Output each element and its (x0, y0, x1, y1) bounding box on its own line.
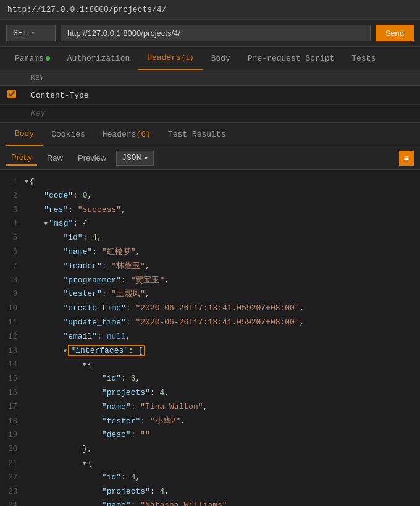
line-content: "tester": "小华2", (25, 415, 420, 428)
response-tab-cookies[interactable]: Cookies (43, 124, 94, 145)
line-content: "id": 4, (25, 232, 420, 245)
line-content: "res": "success", (25, 204, 420, 217)
row-checkbox-cell[interactable] (0, 86, 23, 105)
collapse-arrow[interactable]: ▼ (44, 221, 48, 227)
chevron-down-icon: ▾ (31, 30, 35, 37)
line-number: 23 (0, 486, 25, 498)
json-line: 20 }, (0, 442, 420, 457)
json-line: 10 "create_time": "2020-06-26T17:13:41.0… (0, 301, 420, 316)
json-line: 11 "update_time": "2020-06-26T17:13:41.0… (0, 316, 420, 330)
line-content: "id": 4, (25, 471, 420, 484)
line-content: "update_time": "2020-06-26T17:13:41.0592… (25, 316, 420, 329)
collapse-arrow[interactable]: ▼ (25, 179, 28, 185)
header-checkbox[interactable] (7, 90, 16, 98)
json-line: 21 ▼{ (0, 457, 420, 471)
json-line: 7 "leader": "林黛玉", (0, 259, 420, 274)
line-content: "code": 0, (25, 190, 420, 203)
format-label: JSON (122, 153, 141, 162)
line-number: 9 (0, 289, 25, 300)
json-line: 3 "res": "success", (0, 203, 420, 217)
tab-authorization[interactable]: Authorization (59, 48, 138, 69)
wrap-button[interactable]: ≡ (399, 151, 414, 166)
line-number: 8 (0, 275, 25, 287)
line-number: 21 (0, 458, 25, 470)
table-row: Content-Type (0, 86, 420, 105)
header-key-cell: Content-Type (23, 86, 420, 105)
line-content: "desc": "" (25, 429, 420, 442)
json-line: 23 "projects": 4, (0, 485, 420, 499)
collapse-arrow[interactable]: ▼ (63, 348, 67, 355)
line-content: }, (25, 443, 420, 456)
line-number: 1 (0, 176, 25, 188)
json-line: 2 "code": 0, (0, 189, 420, 203)
line-number: 22 (0, 472, 25, 484)
params-dot (46, 56, 50, 61)
line-content: "tester": "王熙凤", (25, 288, 420, 301)
json-line: 8 "programmer": "贾宝玉", (0, 274, 420, 288)
response-tab-testresults[interactable]: Test Results (159, 124, 235, 145)
line-content: ▼{ (25, 457, 420, 470)
raw-button[interactable]: Raw (42, 151, 68, 165)
json-line: 14 ▼{ (0, 358, 420, 372)
tab-tests[interactable]: Tests (343, 48, 384, 69)
line-number: 2 (0, 190, 25, 202)
json-line: 13 ▼"interfaces": [ (0, 344, 420, 358)
line-content: "leader": "林黛玉", (25, 260, 420, 273)
body-toolbar: Pretty Raw Preview JSON ▾ ≡ (0, 146, 420, 170)
line-number: 15 (0, 373, 25, 385)
response-tab-body[interactable]: Body (6, 123, 43, 146)
url-input[interactable] (61, 25, 371, 41)
line-number: 5 (0, 232, 25, 244)
line-number: 20 (0, 444, 25, 455)
collapse-arrow[interactable]: ▼ (83, 361, 86, 368)
json-line: 17 "name": "Tina Walton", (0, 400, 420, 415)
title-bar: http://127.0.0.1:8000/projects/4/ (0, 0, 420, 20)
key-col-header: KEY (23, 70, 420, 86)
line-number: 10 (0, 303, 25, 314)
headers-table: KEY Content-Type Key (0, 70, 420, 122)
line-number: 18 (0, 416, 25, 428)
json-line: 5 "id": 4, (0, 231, 420, 245)
json-line: 18 "tester": "小华2", (0, 415, 420, 429)
line-number: 17 (0, 402, 25, 413)
json-line: 6 "name": "红楼梦", (0, 245, 420, 259)
tab-headers[interactable]: Headers(1) (138, 47, 202, 70)
line-number: 16 (0, 387, 25, 399)
line-content: "projects": 4, (25, 387, 420, 400)
line-content: "name": "红楼梦", (25, 246, 420, 259)
line-number: 3 (0, 205, 25, 216)
preview-button[interactable]: Preview (73, 151, 111, 165)
send-button[interactable]: Send (376, 25, 414, 41)
placeholder-key-cell[interactable]: Key (23, 105, 420, 122)
title-url: http://127.0.0.1:8000/projects/4/ (7, 5, 166, 14)
json-line: 16 "projects": 4, (0, 386, 420, 400)
line-content: ▼{ (25, 175, 420, 188)
placeholder-checkbox-cell (0, 105, 23, 122)
method-label: GET (13, 28, 27, 38)
headers-section: KEY Content-Type Key (0, 70, 420, 123)
line-content: "projects": 4, (25, 486, 420, 499)
json-line: 22 "id": 4, (0, 471, 420, 485)
tab-prerequest[interactable]: Pre-request Script (239, 48, 343, 69)
line-content: "create_time": "2020-06-26T17:13:41.0592… (25, 302, 420, 315)
line-content: "programmer": "贾宝玉", (25, 274, 420, 287)
response-tabs: Body Cookies Headers(6) Test Results (0, 123, 420, 146)
line-content: ▼"msg": { (25, 217, 420, 230)
response-tab-headers[interactable]: Headers(6) (94, 124, 159, 145)
json-line: 1▼{ (0, 175, 420, 189)
json-line: 19 "desc": "" (0, 428, 420, 442)
table-row-placeholder: Key (0, 105, 420, 122)
format-select[interactable]: JSON ▾ (116, 151, 154, 166)
collapse-arrow[interactable]: ▼ (83, 460, 86, 467)
tab-params[interactable]: Params (6, 48, 59, 69)
line-content: ▼{ (25, 358, 420, 371)
chevron-down-icon: ▾ (143, 153, 148, 163)
method-select[interactable]: GET ▾ (6, 25, 56, 41)
pretty-button[interactable]: Pretty (6, 150, 37, 166)
json-line: 12 "email": null, (0, 330, 420, 344)
tab-body[interactable]: Body (203, 48, 239, 69)
line-number: 24 (0, 500, 25, 506)
json-line: 24 "name": "Natasha Williams", (0, 499, 420, 506)
line-number: 6 (0, 247, 25, 258)
line-number: 4 (0, 218, 25, 230)
